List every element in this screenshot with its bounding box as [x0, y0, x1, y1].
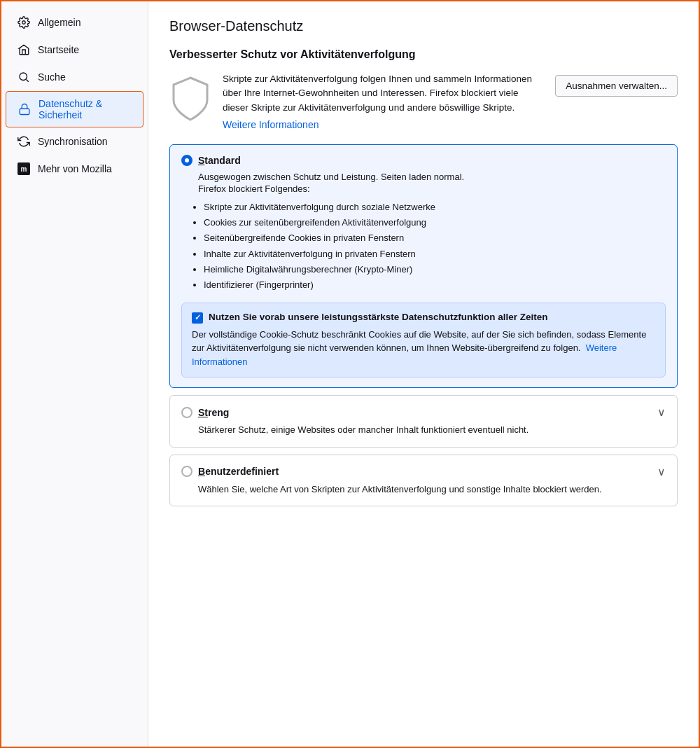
radio-benutzerdefiniert[interactable]	[181, 466, 192, 477]
main-content: Browser-Datenschutz Verbesserter Schutz …	[148, 1, 699, 747]
tracking-description: Skripte zur Aktivitätenverfolgung folgen…	[223, 72, 544, 115]
cookie-protection-box: Nutzen Sie vorab unsere leistungsstärkst…	[181, 303, 666, 378]
home-icon	[17, 43, 31, 57]
radio-streng[interactable]	[181, 407, 192, 418]
mozilla-icon: m	[17, 162, 31, 176]
svg-point-1	[20, 73, 27, 81]
option-desc-standard: Ausgewogen zwischen Schutz und Leistung.…	[198, 170, 666, 184]
lock-icon	[18, 102, 31, 116]
list-item: Skripte zur Aktivitätenverfolgung durch …	[204, 200, 666, 215]
page-title: Browser-Datenschutz	[169, 18, 678, 34]
section-title: Verbesserter Schutz vor Aktivitätenverfo…	[169, 48, 678, 61]
options-container: Standard Ausgewogen zwischen Schutz und …	[169, 144, 678, 507]
cookie-desc: Der vollständige Cookie-Schutz beschränk…	[192, 328, 655, 369]
radio-standard[interactable]	[181, 155, 192, 166]
option-header-standard: Standard	[181, 155, 666, 166]
manage-exceptions-button[interactable]: Ausnahmen verwalten...	[555, 75, 678, 97]
option-header-row-streng: Streng ∨	[181, 406, 666, 419]
svg-rect-3	[20, 109, 29, 114]
option-title-standard: Standard	[198, 155, 241, 166]
option-header-row-benutzerdefiniert: Benutzerdefiniert ∨	[181, 465, 666, 478]
sidebar-item-startseite[interactable]: Startseite	[6, 36, 144, 63]
svg-line-2	[26, 79, 28, 81]
gear-icon	[17, 15, 31, 29]
sidebar-item-label-synchronisation: Synchronisation	[38, 136, 108, 147]
option-card-streng[interactable]: Streng ∨ Stärkerer Schutz, einige Websit…	[169, 395, 678, 448]
cookie-title: Nutzen Sie vorab unsere leistungsstärkst…	[209, 312, 548, 322]
cookie-checkbox[interactable]	[192, 312, 203, 324]
sidebar-item-label-datenschutz: Datenschutz & Sicherheit	[38, 98, 132, 120]
sidebar-item-allgemein[interactable]: Allgemein	[6, 9, 144, 36]
chevron-down-icon-benutzerdefiniert: ∨	[657, 465, 666, 478]
tracking-text-area: Skripte zur Aktivitätenverfolgung folgen…	[223, 72, 544, 130]
list-item: Inhalte zur Aktivitätenverfolgung in pri…	[204, 247, 666, 262]
tracking-header: Skripte zur Aktivitätenverfolgung folgen…	[169, 72, 678, 130]
list-item: Identifizierer (Fingerprinter)	[204, 277, 666, 293]
list-item: Cookies zur seitenübergreifenden Aktivit…	[204, 215, 666, 230]
search-icon	[17, 70, 31, 84]
sidebar: Allgemein Startseite Suche	[1, 1, 148, 747]
sidebar-item-label-startseite: Startseite	[38, 44, 79, 55]
bullet-list-standard: Skripte zur Aktivitätenverfolgung durch …	[204, 200, 666, 293]
option-card-benutzerdefiniert[interactable]: Benutzerdefiniert ∨ Wählen Sie, welche A…	[169, 455, 678, 507]
chevron-down-icon-streng: ∨	[657, 406, 666, 419]
option-card-standard[interactable]: Standard Ausgewogen zwischen Schutz und …	[169, 144, 678, 389]
list-item: Seitenübergreifende Cookies in privaten …	[204, 230, 666, 246]
sidebar-item-suche[interactable]: Suche	[6, 64, 144, 90]
sidebar-item-label-mozilla: Mehr von Mozilla	[38, 163, 112, 174]
option-title-streng: Streng	[198, 407, 229, 418]
sidebar-item-mozilla[interactable]: m Mehr von Mozilla	[6, 155, 144, 182]
sidebar-item-datenschutz[interactable]: Datenschutz & Sicherheit	[6, 91, 144, 127]
firefox-blocks-label: Firefox blockiert Folgendes:	[198, 183, 666, 194]
sidebar-item-label-allgemein: Allgemein	[38, 17, 80, 28]
list-item: Heimliche Digitalwährungsberechner (Kryp…	[204, 262, 666, 277]
shield-icon-large	[169, 75, 211, 123]
option-title-benutzerdefiniert: Benutzerdefiniert	[198, 466, 279, 477]
sidebar-item-synchronisation[interactable]: Synchronisation	[6, 128, 144, 155]
sidebar-item-label-suche: Suche	[38, 71, 66, 83]
more-info-link-top[interactable]: Weitere Informationen	[223, 119, 318, 130]
option-desc-benutzerdefiniert: Wählen Sie, welche Art von Skripten zur …	[198, 483, 666, 497]
svg-point-0	[22, 21, 26, 25]
cookie-header: Nutzen Sie vorab unsere leistungsstärkst…	[192, 312, 655, 324]
option-desc-streng: Stärkerer Schutz, einige Websites oder m…	[198, 423, 666, 437]
sync-icon	[17, 134, 31, 148]
